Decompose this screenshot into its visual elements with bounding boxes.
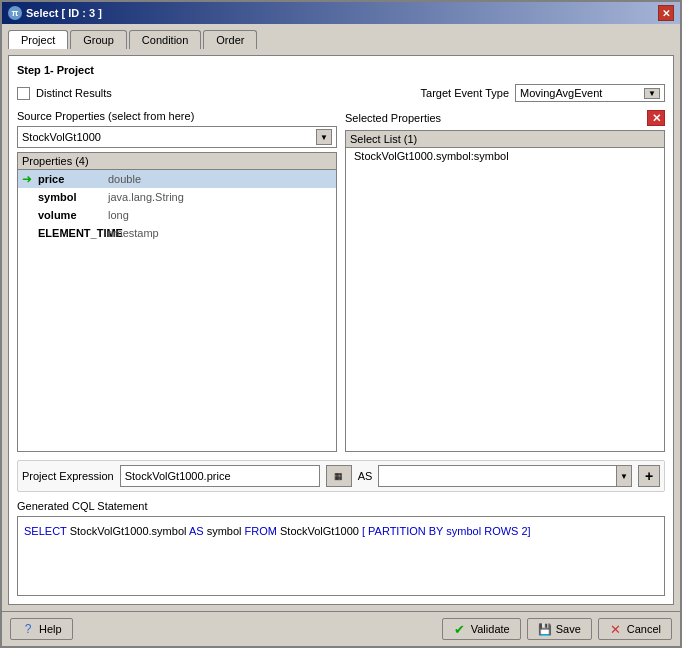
- tab-group[interactable]: Group: [70, 30, 127, 49]
- title-bar-left: π Select [ ID : 3 ]: [8, 6, 102, 20]
- prop-arrow-element-time: ➜: [22, 226, 34, 240]
- prop-row-empty1: [18, 242, 336, 260]
- cql-from-keyword: FROM: [245, 525, 280, 537]
- validate-button[interactable]: ✔ Validate: [442, 618, 521, 640]
- as-input-group: ▼: [378, 465, 632, 487]
- footer-right-buttons: ✔ Validate 💾 Save ✕ Cancel: [442, 618, 672, 640]
- distinct-checkbox[interactable]: [17, 87, 30, 100]
- selected-item-empty4: [346, 220, 664, 238]
- footer: ? Help ✔ Validate 💾 Save ✕ Cancel: [2, 611, 680, 646]
- selected-list-header-text: Select List (1): [350, 133, 417, 145]
- cql-box: SELECT StockVolGt1000.symbol AS symbol F…: [17, 516, 665, 596]
- prop-type-element-time: timestamp: [108, 227, 159, 239]
- prop-arrow-volume: ➜: [22, 208, 34, 222]
- selected-item-empty5: [346, 238, 664, 256]
- target-event-label: Target Event Type: [421, 87, 509, 99]
- source-panel: Source Properties (select from here) Sto…: [17, 110, 337, 452]
- tab-order[interactable]: Order: [203, 30, 257, 49]
- prop-row-empty2: [18, 260, 336, 278]
- target-event-value: MovingAvgEvent: [520, 87, 602, 99]
- prop-row-element-time[interactable]: ➜ ELEMENT_TIME timestamp: [18, 224, 336, 242]
- cql-from-table: StockVolGt1000: [280, 525, 362, 537]
- main-window: π Select [ ID : 3 ] ✕ Project Group Cond…: [0, 0, 682, 648]
- save-button[interactable]: 💾 Save: [527, 618, 592, 640]
- props-header: Properties (4): [18, 153, 336, 170]
- pi-icon: π: [8, 6, 22, 20]
- as-input[interactable]: [378, 465, 616, 487]
- help-button[interactable]: ? Help: [10, 618, 73, 640]
- prop-type-price: double: [108, 173, 141, 185]
- prop-row-price[interactable]: ➜ price double: [18, 170, 336, 188]
- target-event-group: Target Event Type MovingAvgEvent ▼: [421, 84, 665, 102]
- tab-bar: Project Group Condition Order: [8, 30, 674, 49]
- cancel-icon: ✕: [609, 622, 623, 636]
- as-dropdown-button[interactable]: ▼: [616, 465, 632, 487]
- validate-icon: ✔: [453, 622, 467, 636]
- selected-panel-header-row: Selected Properties ✕: [345, 110, 665, 126]
- help-label: Help: [39, 623, 62, 635]
- window-title: Select [ ID : 3 ]: [26, 7, 102, 19]
- properties-table: Properties (4) ➜ price double ➜ symbol j…: [17, 152, 337, 452]
- tab-condition[interactable]: Condition: [129, 30, 201, 49]
- cql-as-keyword: AS: [189, 525, 207, 537]
- delete-button[interactable]: ✕: [647, 110, 665, 126]
- expression-icon: ▦: [334, 471, 343, 481]
- selected-list-header: Select List (1): [346, 131, 664, 148]
- cql-alias: symbol: [207, 525, 245, 537]
- distinct-label: Distinct Results: [36, 87, 112, 99]
- validate-label: Validate: [471, 623, 510, 635]
- cql-partition-clause: [ PARTITION BY symbol ROWS 2]: [362, 525, 531, 537]
- prop-type-symbol: java.lang.String: [108, 191, 184, 203]
- prop-row-volume[interactable]: ➜ volume long: [18, 206, 336, 224]
- expression-input[interactable]: [120, 465, 320, 487]
- main-panel: Step 1- Project Distinct Results Target …: [8, 55, 674, 605]
- selected-panel: Selected Properties ✕ Select List (1) St…: [345, 110, 665, 452]
- cql-label: Generated CQL Statement: [17, 500, 665, 512]
- prop-row-empty3: [18, 278, 336, 296]
- content-area: Project Group Condition Order Step 1- Pr…: [2, 24, 680, 611]
- expression-icon-button[interactable]: ▦: [326, 465, 352, 487]
- prop-arrow-symbol: ➜: [22, 190, 34, 204]
- source-dropdown-arrow[interactable]: ▼: [316, 129, 332, 145]
- prop-name-price: price: [38, 173, 108, 185]
- source-select-row: StockVolGt1000 ▼: [17, 126, 337, 148]
- distinct-target-row: Distinct Results Target Event Type Movin…: [17, 84, 665, 102]
- selected-item-0[interactable]: StockVolGt1000.symbol:symbol: [346, 148, 664, 166]
- cancel-label: Cancel: [627, 623, 661, 635]
- close-button[interactable]: ✕: [658, 5, 674, 21]
- cql-select-keyword: SELECT: [24, 525, 70, 537]
- prop-rows-container: ➜ price double ➜ symbol java.lang.String…: [18, 170, 336, 451]
- tab-project[interactable]: Project: [8, 30, 68, 49]
- prop-arrow-price: ➜: [22, 172, 34, 186]
- prop-name-element-time: ELEMENT_TIME: [38, 227, 108, 239]
- step-label: Step 1- Project: [17, 64, 665, 76]
- selected-panel-label: Selected Properties: [345, 112, 441, 124]
- properties-row: Source Properties (select from here) Sto…: [17, 110, 665, 452]
- source-name: StockVolGt1000: [22, 131, 101, 143]
- as-label: AS: [358, 470, 373, 482]
- save-icon: 💾: [538, 622, 552, 636]
- selected-list-box: Select List (1) StockVolGt1000.symbol:sy…: [345, 130, 665, 452]
- prop-row-symbol[interactable]: ➜ symbol java.lang.String: [18, 188, 336, 206]
- cql-select-cols: StockVolGt1000.symbol: [70, 525, 189, 537]
- expression-label: Project Expression: [22, 470, 114, 482]
- prop-name-volume: volume: [38, 209, 108, 221]
- source-dropdown[interactable]: StockVolGt1000 ▼: [17, 126, 337, 148]
- add-expression-button[interactable]: +: [638, 465, 660, 487]
- expression-row: Project Expression ▦ AS ▼ +: [17, 460, 665, 492]
- selected-item-empty3: [346, 202, 664, 220]
- cql-section: Generated CQL Statement SELECT StockVolG…: [17, 500, 665, 596]
- prop-type-volume: long: [108, 209, 129, 221]
- prop-name-symbol: symbol: [38, 191, 108, 203]
- source-panel-label: Source Properties (select from here): [17, 110, 337, 122]
- distinct-left: Distinct Results: [17, 87, 112, 100]
- save-label: Save: [556, 623, 581, 635]
- title-bar: π Select [ ID : 3 ] ✕: [2, 2, 680, 24]
- cancel-button[interactable]: ✕ Cancel: [598, 618, 672, 640]
- selected-item-empty2: [346, 184, 664, 202]
- help-icon: ?: [21, 622, 35, 636]
- target-event-dropdown[interactable]: MovingAvgEvent ▼: [515, 84, 665, 102]
- target-event-arrow[interactable]: ▼: [644, 88, 660, 99]
- selected-item-empty1: [346, 166, 664, 184]
